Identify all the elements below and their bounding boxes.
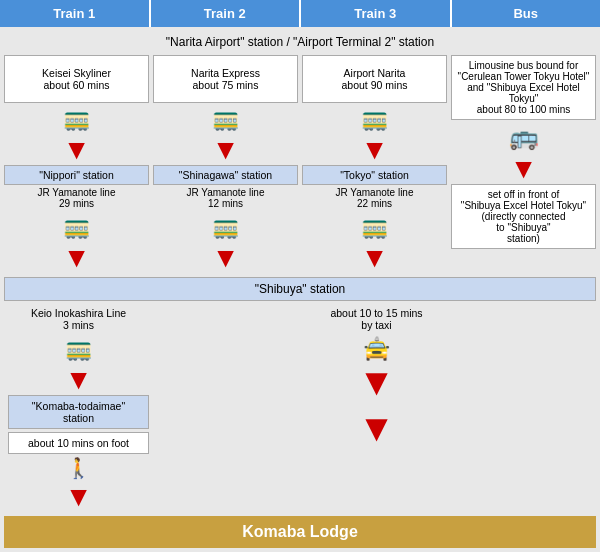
bottom-middle-spacer xyxy=(157,305,298,512)
train1-arrow: ▼ xyxy=(63,136,91,164)
komaba-station-box: "Komaba-todaimae" station xyxy=(8,395,149,429)
train2-arrow2: ▼ xyxy=(212,244,240,272)
top-section: Keisei Skyliner about 60 mins 🚃 ▼ "Nippo… xyxy=(4,55,596,273)
col-train3: Airport Narita about 90 mins 🚃 ▼ "Tokyo"… xyxy=(302,55,447,273)
col-train1: Keisei Skyliner about 60 mins 🚃 ▼ "Nippo… xyxy=(4,55,149,273)
keio-train-icon: 🚃 xyxy=(65,336,92,362)
train1-icon2: 🚃 xyxy=(63,214,90,240)
header-bus: Bus xyxy=(452,0,601,27)
col-train2: Narita Express about 75 mins 🚃 ▼ "Shinag… xyxy=(153,55,298,273)
main-area: "Narita Airport" station / "Airport Term… xyxy=(0,27,600,552)
bus-service: Limousine bus bound for "Cerulean Tower … xyxy=(451,55,596,120)
taxi-info: about 10 to 15 mins by taxi xyxy=(330,305,422,333)
taxi-icon: 🚖 xyxy=(363,336,390,362)
train3-line: JR Yamanote line 22 mins xyxy=(335,185,413,211)
train2-station: "Shinagawa" station xyxy=(153,165,298,185)
train3-icon2: 🚃 xyxy=(361,214,388,240)
keio-arrow: ▼ xyxy=(65,366,93,394)
bottom-right: about 10 to 15 mins by taxi 🚖 ▼ ▼ xyxy=(302,305,451,512)
bottom-section: Keio Inokashira Line 3 mins 🚃 ▼ "Komaba-… xyxy=(4,305,596,512)
train3-arrow: ▼ xyxy=(361,136,389,164)
train2-service: Narita Express about 75 mins xyxy=(153,55,298,103)
header-train1: Train 1 xyxy=(0,0,151,27)
bus-get-off: set off in front of "Shibuya Excel Hotel… xyxy=(451,184,596,249)
train3-icon: 🚃 xyxy=(361,106,388,132)
shibuya-station-bar: "Shibuya" station xyxy=(4,277,596,301)
walk-arrow: ▼ xyxy=(65,483,93,511)
keio-line-info: Keio Inokashira Line 3 mins xyxy=(31,305,126,333)
train2-line: JR Yamanote line 12 mins xyxy=(186,185,264,211)
bottom-left: Keio Inokashira Line 3 mins 🚃 ▼ "Komaba-… xyxy=(4,305,153,512)
train1-line: JR Yamanote line 29 mins xyxy=(37,185,115,211)
footer-label: Komaba Lodge xyxy=(242,523,358,541)
train1-station: "Nippori" station xyxy=(4,165,149,185)
train3-station: "Tokyo" station xyxy=(302,165,447,185)
header-train3: Train 3 xyxy=(301,0,452,27)
header-train2: Train 2 xyxy=(151,0,302,27)
shibuya-label: "Shibuya" station xyxy=(255,282,346,296)
header-row: Train 1 Train 2 Train 3 Bus xyxy=(0,0,600,27)
bus-arrow: ▼ xyxy=(510,155,538,183)
train1-arrow2: ▼ xyxy=(63,244,91,272)
taxi-arrow: ▼ xyxy=(358,365,396,399)
train1-icon: 🚃 xyxy=(63,106,90,132)
train2-icon2: 🚃 xyxy=(212,214,239,240)
bottom-bus-spacer xyxy=(455,305,596,512)
walk-icon: 🚶 xyxy=(66,456,91,480)
train2-arrow: ▼ xyxy=(212,136,240,164)
footer: Komaba Lodge xyxy=(4,516,596,548)
train2-icon: 🚃 xyxy=(212,106,239,132)
airport-label: "Narita Airport" station / "Airport Term… xyxy=(4,31,596,55)
bus-icon: 🚌 xyxy=(509,123,539,151)
col-bus: Limousine bus bound for "Cerulean Tower … xyxy=(451,55,596,273)
taxi-arrow2: ▼ xyxy=(358,411,396,445)
train3-service: Airport Narita about 90 mins xyxy=(302,55,447,103)
train1-service: Keisei Skyliner about 60 mins xyxy=(4,55,149,103)
train3-arrow2: ▼ xyxy=(361,244,389,272)
foot-info: about 10 mins on foot xyxy=(8,432,149,454)
